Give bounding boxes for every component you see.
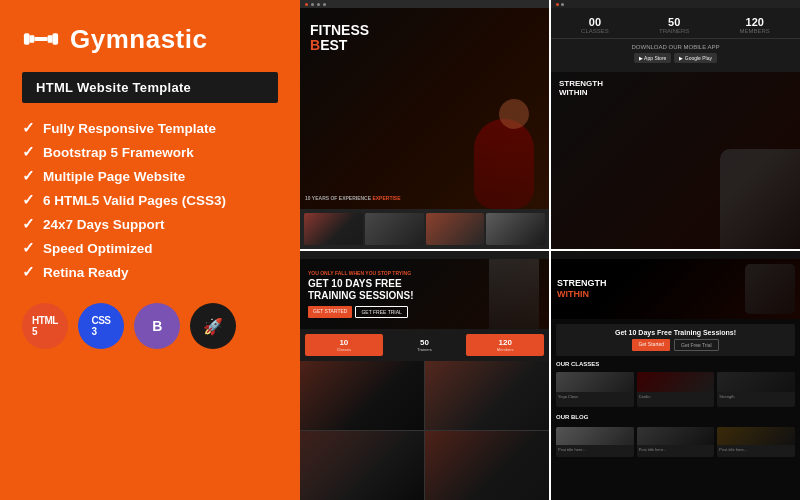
card-img <box>717 372 795 392</box>
nav-dot <box>317 3 320 6</box>
ss4-hero-overlay <box>745 264 795 314</box>
ss3-grid-img <box>300 361 424 430</box>
stat-number: 00 <box>581 16 609 28</box>
nav-dot <box>311 3 314 6</box>
stat-label: MEMBERS <box>740 28 770 34</box>
screenshots-grid: FITNESSBEST 10 YEARS OF EXPERIENCE EXPER… <box>300 0 800 500</box>
stat-label: CLASSES <box>581 28 609 34</box>
stat-label: Classes <box>308 347 380 352</box>
screenshot-3: You Only Fall When You Stop Trying GET 1… <box>300 251 549 500</box>
logo-area: Gymnastic <box>22 20 278 58</box>
css-badge: CSS3 <box>78 303 124 349</box>
stat-number: 50 <box>659 16 689 28</box>
blog-text: Post title here... <box>556 445 634 454</box>
ss4-blog-items: Post title here... Post title here... Po… <box>556 427 795 457</box>
check-icon: ✓ <box>22 263 35 281</box>
stat-num: 10 <box>308 338 380 347</box>
screenshot-1: FITNESSBEST 10 YEARS OF EXPERIENCE EXPER… <box>300 0 549 249</box>
screenshot-4: STRENGTHWITHIN Get 10 Days Free Training… <box>551 251 800 500</box>
ss3-grid-img <box>300 431 424 500</box>
ss3-hero-content: You Only Fall When You Stop Trying GET 1… <box>308 270 414 318</box>
ss1-section <box>300 209 549 249</box>
ss2-hero-text: STRENGTHWITHIN <box>559 80 603 98</box>
class-card: Cardio <box>637 372 715 407</box>
google-play-btn[interactable]: ▶ Google Play <box>674 53 717 63</box>
ss3-grid-img <box>425 431 549 500</box>
check-icon: ✓ <box>22 191 35 209</box>
blog-text: Post title here... <box>637 445 715 454</box>
ss4-cta-text: Get 10 Days Free Training Sessions! <box>561 329 790 336</box>
svg-rect-3 <box>48 35 53 43</box>
stat-number: 120 <box>740 16 770 28</box>
brand-title: Gymnastic <box>70 24 207 55</box>
ss4-classes-title: Our Classes <box>556 361 795 367</box>
ss2-app-title: DOWNLOAD OUR MOBILE APP <box>556 44 795 50</box>
ss3-cta-buttons: GET STARTED GET FREE TRIAL <box>308 306 414 318</box>
blog-img <box>717 427 795 445</box>
feature-item: ✓ Bootstrap 5 Framework <box>22 143 278 161</box>
ss3-figure <box>489 259 539 329</box>
feature-item: ✓ 6 HTML5 Valid Pages (CSS3) <box>22 191 278 209</box>
ss4-class-cards: Yoga Class Cardio Strength <box>556 372 795 407</box>
ss4-free-trial-cta: Get 10 Days Free Training Sessions! Get … <box>556 324 795 356</box>
ss2-app-btns: ▶ App Store ▶ Google Play <box>556 53 795 63</box>
blog-img <box>556 427 634 445</box>
feature-item: ✓ Retina Ready <box>22 263 278 281</box>
ss3-primary-btn[interactable]: GET STARTED <box>308 306 352 318</box>
nav-dot <box>323 3 326 6</box>
check-icon: ✓ <box>22 119 35 137</box>
blog-img <box>637 427 715 445</box>
ss1-hero: FITNESSBEST 10 YEARS OF EXPERIENCE EXPER… <box>300 8 549 209</box>
ss2-nav <box>551 0 800 8</box>
rocket-badge: 🚀 <box>190 303 236 349</box>
ss3-nav <box>300 251 549 259</box>
stat-trainers: 50 TRAINERS <box>659 16 689 34</box>
ss4-hero-text: STRENGTHWITHIN <box>557 278 607 300</box>
svg-rect-2 <box>34 37 47 41</box>
blog-item: Post title here... <box>556 427 634 457</box>
ss1-hero-text: FITNESSBEST <box>310 23 369 54</box>
html-badge: HTML5 <box>22 303 68 349</box>
stat-num: 50 <box>389 338 461 347</box>
ss4-start-btn[interactable]: Get Started <box>632 339 670 351</box>
ss4-hero: STRENGTHWITHIN <box>551 259 800 319</box>
logo-icon <box>22 20 60 58</box>
ss2-app-section: DOWNLOAD OUR MOBILE APP ▶ App Store ▶ Go… <box>551 39 800 72</box>
ss2-hero: STRENGTHWITHIN <box>551 72 800 249</box>
ss3-grid-img <box>425 361 549 430</box>
ss1-thumb <box>365 213 424 245</box>
ss4-cta-btns: Get Started Get Free Trial <box>561 339 790 351</box>
stat-label: Members <box>469 347 541 352</box>
card-img <box>556 372 634 392</box>
stat-classes: 00 CLASSES <box>581 16 609 34</box>
feature-item: ✓ Speed Optimized <box>22 239 278 257</box>
class-card: Strength <box>717 372 795 407</box>
check-icon: ✓ <box>22 143 35 161</box>
blog-item: Post title here... <box>637 427 715 457</box>
feature-item: ✓ Fully Responsive Template <box>22 119 278 137</box>
svg-rect-0 <box>24 33 30 44</box>
ss3-stat-classes: 10 Classes <box>305 334 383 356</box>
ss3-secondary-btn[interactable]: GET FREE TRIAL <box>355 306 407 318</box>
ss4-content: Get 10 Days Free Training Sessions! Get … <box>551 319 800 500</box>
ss1-thumb <box>426 213 485 245</box>
ss4-trial-btn[interactable]: Get Free Trial <box>674 339 719 351</box>
check-icon: ✓ <box>22 239 35 257</box>
stat-num: 120 <box>469 338 541 347</box>
app-store-btn[interactable]: ▶ App Store <box>634 53 671 63</box>
bootstrap-badge: B <box>134 303 180 349</box>
ss1-thumb <box>486 213 545 245</box>
experience-text: 10 YEARS OF EXPERIENCE EXPERTISE <box>305 195 401 201</box>
ss4-blog-title: Our Blog <box>556 414 795 420</box>
hero-figure-bg <box>720 149 800 249</box>
figure-shape <box>474 119 534 209</box>
feature-item: ✓ Multiple Page Website <box>22 167 278 185</box>
ss1-nav <box>300 0 549 8</box>
nav-dot-brand <box>556 3 559 6</box>
ss3-image-grid <box>300 361 549 500</box>
ss3-hero: You Only Fall When You Stop Trying GET 1… <box>300 259 549 329</box>
blog-item: Post title here... <box>717 427 795 457</box>
svg-rect-4 <box>52 33 58 44</box>
ss3-stats-row: 10 Classes 50 Trainers 120 Members <box>300 329 549 361</box>
stat-label: Trainers <box>389 347 461 352</box>
